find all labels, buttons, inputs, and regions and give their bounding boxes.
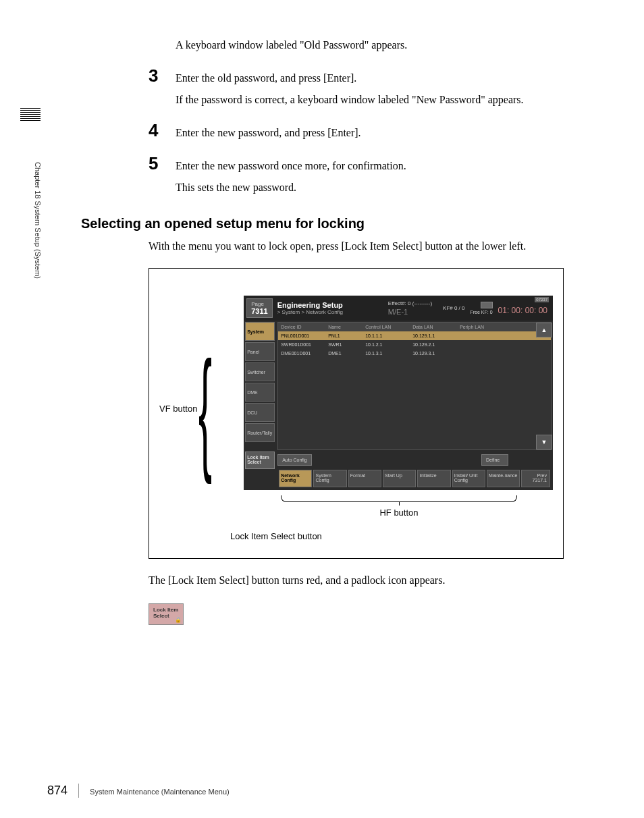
lock-item-label: Lock Item Select button — [230, 531, 553, 541]
page-edge-decoration — [20, 108, 41, 148]
lock-item-select-button[interactable]: Lock Item Select — [245, 452, 275, 469]
intro-text: A keyboard window labeled "Old Password"… — [176, 37, 581, 53]
effect-status: Effect#: 0 (---------) M/E-1 — [383, 298, 437, 318]
step-number-3: 3 — [149, 65, 176, 86]
scroll-down-button[interactable]: ▼ — [536, 435, 552, 449]
table-row[interactable]: PNL001D001 PNL1 10.1.1.1 10.129.1.1 — [278, 331, 551, 340]
page-number: 874 — [47, 784, 79, 798]
auto-config-button[interactable]: Auto Config — [277, 454, 312, 466]
header-small-button[interactable] — [481, 302, 493, 308]
chapter-side-label: Chapter 18 System Setup (System) — [34, 162, 42, 279]
section-body: With the menu you want to lock open, pre… — [149, 238, 581, 254]
hf-install-button[interactable]: Install/ Unit Config — [452, 470, 485, 487]
vf-switcher-button[interactable]: Switcher — [245, 362, 275, 381]
hf-maintenance-button[interactable]: Mainte-nance — [487, 470, 520, 487]
hf-prev-button[interactable]: Prev 7317.1 — [521, 470, 550, 487]
kf-status: KF# 0 / 0 — [437, 303, 470, 313]
vf-panel-button[interactable]: Panel — [245, 342, 275, 361]
vf-button-label: VF button { — [159, 404, 244, 414]
step-number-5: 5 — [149, 153, 176, 174]
title-area: Engineering Setup > System > Network Con… — [275, 299, 383, 317]
footer-title: System Maintenance (Maintenance Menu) — [90, 788, 230, 796]
section-heading: Selecting an opened setup menu for locki… — [81, 216, 581, 231]
free-kf-time: Free KF: 0 — [471, 300, 498, 317]
scroll-up-button[interactable]: ▲ — [536, 323, 552, 337]
hf-system-config-button[interactable]: System Config — [313, 470, 346, 487]
figure: VF button { Page 7311 Engineering Setup … — [149, 268, 564, 559]
padlock-icon: 🔒 — [175, 617, 182, 623]
step-3-result: If the password is correct, a keyboard w… — [176, 92, 581, 108]
hf-network-config-button[interactable]: Network Config — [279, 470, 312, 487]
step-3-text: Enter the old password, and press [Enter… — [176, 70, 356, 86]
vf-system-button[interactable]: System — [245, 322, 275, 341]
vf-router-tally-button[interactable]: Router/Tally — [245, 423, 275, 442]
table-row[interactable]: SWR001D001 SWR1 10.1.2.1 10.129.2.1 — [278, 340, 551, 349]
lock-item-red-button: Lock Item Select 🔒 — [149, 603, 184, 625]
post-figure-text: The [Lock Item Select] button turns red,… — [149, 572, 581, 589]
page-box[interactable]: Page 7311 — [246, 298, 272, 318]
step-5-result: This sets the new password. — [176, 180, 581, 196]
page-footer: 874 System Maintenance (Maintenance Menu… — [47, 784, 230, 798]
brace-icon — [281, 495, 517, 502]
hf-format-button[interactable]: Format — [348, 470, 381, 487]
vf-dme-button[interactable]: DME — [245, 383, 275, 402]
ui-screenshot: Page 7311 Engineering Setup > System > N… — [244, 296, 553, 490]
step-number-4: 4 — [149, 120, 176, 141]
step-4-text: Enter the new password, and press [Enter… — [176, 125, 361, 141]
code-badge: 07237 — [535, 297, 549, 302]
device-table: Device ID Name Control LAN Data LAN Peri… — [277, 322, 552, 450]
hf-initialize-button[interactable]: Initialize — [417, 470, 450, 487]
table-row[interactable]: DME001D001 DME1 10.1.3.1 10.129.3.1 — [278, 349, 551, 358]
define-button[interactable]: Define — [481, 454, 508, 466]
table-header: Device ID Name Control LAN Data LAN Peri… — [278, 323, 551, 331]
hf-startup-button[interactable]: Start Up — [383, 470, 416, 487]
step-5-text: Enter the new password once more, for co… — [176, 158, 406, 174]
timecode: 01: 00: 00: 00 — [498, 302, 550, 315]
vf-dcu-button[interactable]: DCU — [245, 403, 275, 422]
hf-button-label: HF button — [281, 508, 517, 518]
